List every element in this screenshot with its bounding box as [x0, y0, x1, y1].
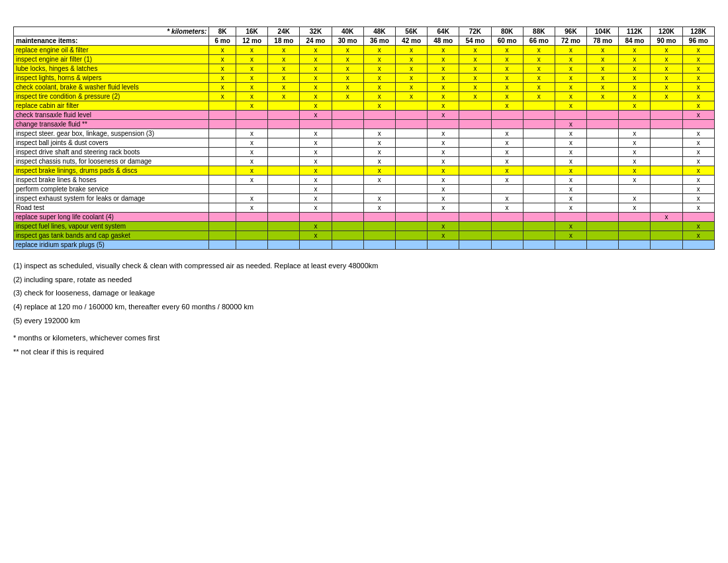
cell-9-13: x [619, 129, 651, 138]
cell-8-13 [619, 120, 651, 129]
cell-14-13: x [619, 176, 651, 185]
cell-20-9 [491, 231, 523, 240]
cell-10-1: x [236, 138, 268, 148]
cell-19-15: x [682, 222, 714, 231]
cell-7-8 [459, 111, 491, 120]
cell-8-12 [587, 120, 619, 129]
cell-16-1: x [236, 194, 268, 203]
cell-2-14: x [651, 64, 682, 74]
cell-9-2 [268, 129, 300, 138]
cell-2-6: x [395, 64, 427, 74]
km-header-112K: 112K [619, 27, 651, 36]
cell-18-0 [209, 213, 236, 222]
table-row: inspect brake lines & hosesxxxxxxxx [14, 176, 715, 185]
cell-8-10 [523, 120, 555, 129]
month-header-13: 78 mo [587, 36, 619, 46]
table-row: check coolant, brake & washer fluid leve… [14, 83, 715, 92]
cell-21-15 [682, 240, 714, 250]
cell-21-8 [459, 240, 491, 250]
cell-5-3: x [300, 92, 332, 101]
cell-12-0 [209, 157, 236, 166]
cell-4-0: x [209, 83, 236, 92]
cell-14-4 [332, 176, 363, 185]
cell-8-8 [459, 120, 491, 129]
cell-2-13: x [619, 64, 651, 74]
cell-5-11: x [555, 92, 586, 101]
cell-4-4: x [332, 83, 363, 92]
cell-7-7: x [428, 111, 459, 120]
cell-15-12 [587, 185, 619, 194]
cell-13-7: x [428, 166, 459, 176]
cell-0-15: x [682, 46, 714, 55]
cell-15-9 [491, 185, 523, 194]
row-label-6: replace cabin air filter [14, 101, 209, 111]
cell-21-4 [332, 240, 363, 250]
cell-0-4: x [332, 46, 363, 55]
cell-9-9: x [491, 129, 523, 138]
cell-8-1 [236, 120, 268, 129]
cell-16-14 [651, 194, 682, 203]
km-header-80K: 80K [491, 27, 523, 36]
cell-18-7 [428, 213, 459, 222]
cell-9-10 [523, 129, 555, 138]
maintenance-items-label: maintenance items: [14, 36, 209, 46]
cell-3-5: x [363, 74, 395, 83]
cell-13-0 [209, 166, 236, 176]
cell-0-9: x [491, 46, 523, 55]
cell-14-5: x [363, 176, 395, 185]
cell-20-12 [587, 231, 619, 240]
cell-3-11: x [555, 74, 586, 83]
cell-12-15: x [682, 157, 714, 166]
notes-section: (1) inspect as scheduled, visually check… [13, 260, 715, 358]
cell-11-14 [651, 148, 682, 157]
cell-5-4: x [332, 92, 363, 101]
cell-6-4 [332, 101, 363, 111]
cell-16-2 [268, 194, 300, 203]
cell-2-0: x [209, 64, 236, 74]
cell-10-9: x [491, 138, 523, 148]
table-row: replace iridium spark plugs (5) [14, 240, 715, 250]
cell-3-6: x [395, 74, 427, 83]
cell-7-13 [619, 111, 651, 120]
cell-15-14 [651, 185, 682, 194]
cell-13-11: x [555, 166, 586, 176]
table-row: inspect tire condition & pressure (2)xxx… [14, 92, 715, 101]
cell-7-2 [268, 111, 300, 120]
cell-0-13: x [619, 46, 651, 55]
cell-8-14 [651, 120, 682, 129]
cell-18-14: x [651, 213, 682, 222]
cell-6-6 [395, 101, 427, 111]
cell-5-1: x [236, 92, 268, 101]
km-header-72K: 72K [459, 27, 491, 36]
row-label-8: change transaxle fluid ** [14, 120, 209, 129]
cell-14-7: x [428, 176, 459, 185]
cell-14-11: x [555, 176, 586, 185]
cell-21-11 [555, 240, 586, 250]
cell-21-9 [491, 240, 523, 250]
cell-13-10 [523, 166, 555, 176]
cell-18-8 [459, 213, 491, 222]
row-label-13: inspect brake linings, drums pads & disc… [14, 166, 209, 176]
cell-12-1: x [236, 157, 268, 166]
cell-17-14 [651, 203, 682, 213]
cell-11-15: x [682, 148, 714, 157]
cell-5-7: x [428, 92, 459, 101]
cell-0-11: x [555, 46, 586, 55]
row-label-1: inspect engine air filter (1) [14, 55, 209, 64]
cell-7-11 [555, 111, 586, 120]
cell-13-13: x [619, 166, 651, 176]
cell-16-0 [209, 194, 236, 203]
km-header-24K: 24K [268, 27, 300, 36]
cell-20-3: x [300, 231, 332, 240]
km-header-120K: 120K [651, 27, 682, 36]
cell-21-7 [428, 240, 459, 250]
cell-2-3: x [300, 64, 332, 74]
cell-0-14: x [651, 46, 682, 55]
cell-12-11: x [555, 157, 586, 166]
cell-14-0 [209, 176, 236, 185]
cell-14-6 [395, 176, 427, 185]
month-header-9: 54 mo [459, 36, 491, 46]
cell-9-4 [332, 129, 363, 138]
cell-19-2 [268, 222, 300, 231]
km-label: * kilometers: [14, 27, 209, 36]
